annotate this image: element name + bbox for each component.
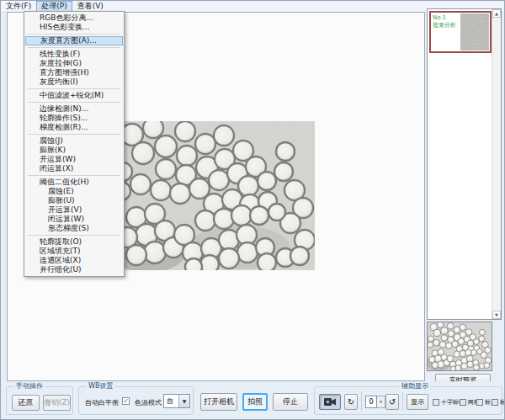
particle bbox=[460, 324, 466, 331]
result-item-line1: No.1 bbox=[433, 14, 460, 22]
display-option-3[interactable]: 标注 bbox=[492, 398, 505, 407]
display-group-label: 辅助显示 bbox=[399, 382, 431, 391]
particle bbox=[446, 343, 453, 349]
color-temp-value: 自动 bbox=[164, 395, 178, 407]
particle bbox=[448, 331, 454, 338]
particle bbox=[479, 336, 485, 342]
particle bbox=[428, 342, 433, 348]
preview-thumbnail[interactable] bbox=[427, 322, 492, 371]
process-menu-dropdown: RGB色彩分离...HIS色彩变换...灰度直方图(A)...线性变换(F)灰度… bbox=[24, 11, 125, 277]
particle bbox=[477, 349, 482, 354]
particle bbox=[460, 350, 466, 357]
menu-item-16[interactable]: 腐蚀(J) bbox=[25, 136, 123, 146]
menu-item-30[interactable]: 连通区域(X) bbox=[25, 256, 123, 265]
particle bbox=[433, 339, 440, 346]
menu-item-26[interactable]: 形态梯度(S) bbox=[25, 224, 123, 233]
menu-separator bbox=[28, 134, 120, 135]
result-thumbnail-noise bbox=[460, 13, 489, 51]
preview-thumbnail-svg bbox=[428, 322, 492, 370]
result-listbox: No.1 批量分析 ▲ ▼ bbox=[427, 8, 502, 320]
color-temp-select[interactable]: 自动 ▼ bbox=[163, 394, 190, 408]
video-camera-button[interactable] bbox=[319, 394, 341, 410]
menu-item-18[interactable]: 开运算(W) bbox=[25, 155, 123, 164]
refresh-button[interactable]: ↻ bbox=[344, 394, 358, 410]
scroll-up-icon: ▲ bbox=[495, 11, 498, 16]
particle bbox=[455, 365, 461, 370]
result-list-item[interactable]: No.1 批量分析 bbox=[429, 11, 492, 53]
menu-item-28[interactable]: 轮廓提取(O) bbox=[25, 237, 123, 247]
menu-separator bbox=[28, 235, 120, 236]
display-group: 辅助显示 ↻ 0 ▾ ↺ 显示 十字标线网格标尺标注 bbox=[314, 386, 502, 415]
particle bbox=[465, 349, 472, 356]
menu-item-0[interactable]: RGB色彩分离... bbox=[25, 13, 123, 23]
menu-item-25[interactable]: 闭运算(W) bbox=[25, 215, 123, 224]
open-camera-button[interactable]: 打开相机 bbox=[200, 393, 237, 411]
menu-item-12[interactable]: 边缘检测(N)... bbox=[25, 104, 123, 114]
menu-item-10[interactable]: 中值滤波+锐化(M) bbox=[25, 91, 123, 100]
menu-separator bbox=[28, 175, 120, 176]
wb-group: WB设置 自动白平衡 ✓ 色温模式 自动 ▼ bbox=[78, 386, 194, 415]
app-window: 文件(F)处理(P)查看(V) RGB色彩分离...H bbox=[0, 0, 505, 420]
menu-item-22[interactable]: 腐蚀(E) bbox=[25, 187, 123, 196]
separator bbox=[402, 392, 403, 411]
result-item-line2: 批量分析 bbox=[433, 22, 460, 29]
menu-item-31[interactable]: 并行细化(U) bbox=[25, 265, 123, 274]
particle bbox=[484, 363, 490, 369]
menu-item-24[interactable]: 开运算(V) bbox=[25, 205, 123, 215]
capture-button[interactable]: 拍照 bbox=[242, 393, 268, 411]
option-label: 标注 bbox=[500, 398, 505, 407]
awb-label: 自动白平衡 bbox=[85, 398, 119, 407]
color-temp-label: 色温模式 bbox=[135, 398, 162, 407]
particle bbox=[437, 322, 444, 328]
rotate-icon: ↺ bbox=[389, 397, 396, 407]
wb-group-label: WB设置 bbox=[86, 382, 115, 391]
separator bbox=[361, 392, 362, 411]
particle bbox=[458, 338, 465, 345]
refresh-icon: ↻ bbox=[348, 397, 354, 407]
stop-button[interactable]: 停止 bbox=[273, 393, 308, 411]
undo-button[interactable]: 撤销(Z) bbox=[43, 395, 71, 411]
menu-item-7[interactable]: 直方图增强(H) bbox=[25, 68, 123, 77]
restore-button[interactable]: 还原 bbox=[12, 395, 40, 411]
particle bbox=[432, 362, 439, 369]
menu-item-14[interactable]: 梯度检测(R)... bbox=[25, 123, 123, 132]
menu-item-3[interactable]: 灰度直方图(A)... bbox=[25, 36, 123, 45]
particle bbox=[479, 329, 485, 335]
video-camera-icon bbox=[324, 397, 337, 407]
rotate-button[interactable]: ↺ bbox=[385, 394, 399, 410]
chevron-down-icon: ▼ bbox=[178, 395, 189, 407]
scroll-up-button[interactable]: ▲ bbox=[492, 9, 501, 18]
particle bbox=[467, 361, 474, 368]
particle bbox=[439, 342, 446, 348]
check-icon: ✓ bbox=[123, 397, 129, 405]
particle bbox=[454, 327, 460, 333]
value-spinner[interactable]: 0 ▾ bbox=[365, 396, 385, 408]
menu-item-5[interactable]: 线性变换(F) bbox=[25, 50, 123, 59]
menu-item-17[interactable]: 膨胀(K) bbox=[25, 146, 123, 155]
spinner-down-icon[interactable]: ▾ bbox=[377, 396, 385, 408]
awb-checkbox[interactable]: ✓ bbox=[122, 397, 130, 405]
listbox-scrollbar[interactable]: ▲ ▼ bbox=[492, 9, 501, 319]
menu-item-21[interactable]: 阈值二值化(H) bbox=[25, 178, 123, 187]
menu-item-23[interactable]: 膨胀(U) bbox=[25, 196, 123, 205]
menu-item-19[interactable]: 闭运算(X) bbox=[25, 164, 123, 173]
option-checkbox-icon bbox=[433, 399, 439, 406]
menu-item-1[interactable]: HIS色彩变换... bbox=[25, 23, 123, 32]
particle bbox=[447, 322, 454, 329]
show-button[interactable]: 显示 bbox=[407, 394, 428, 410]
menu-item-6[interactable]: 灰度拉伸(G) bbox=[25, 59, 123, 68]
menu-separator bbox=[28, 102, 120, 103]
particle bbox=[461, 363, 468, 369]
particle bbox=[473, 338, 479, 344]
result-item-text: No.1 批量分析 bbox=[431, 13, 460, 51]
scroll-down-button[interactable]: ▼ bbox=[492, 311, 501, 319]
particle bbox=[471, 349, 477, 355]
menu-item-13[interactable]: 轮廓操作(S)... bbox=[25, 114, 123, 123]
particle bbox=[441, 335, 448, 342]
specimen-image[interactable] bbox=[113, 121, 315, 270]
menu-item-8[interactable]: 灰度均衡(I) bbox=[25, 77, 123, 87]
particle bbox=[438, 361, 444, 368]
menu-item-29[interactable]: 区域填充(T) bbox=[25, 247, 123, 256]
spinner-value: 0 bbox=[365, 396, 377, 408]
particle bbox=[450, 366, 455, 370]
